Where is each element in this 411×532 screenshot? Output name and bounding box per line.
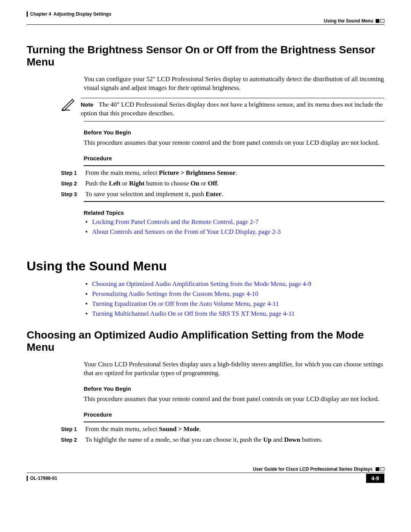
before-you-begin-label: Before You Begin [84, 385, 384, 392]
footer-rule [27, 473, 384, 473]
step-label: Step 2 [61, 436, 78, 444]
step-row: Step 2 Push the Left or Right button to … [61, 180, 384, 187]
before-you-begin-text: This procedure assumes that your remote … [84, 139, 384, 147]
header-right: Using the Sound Menu [27, 18, 384, 24]
document-page: Chapter 4 Adjusting Display Settings Usi… [0, 0, 411, 498]
footer-squares-icon [376, 467, 384, 471]
header-squares-icon [376, 19, 384, 23]
step-label: Step 2 [61, 180, 78, 187]
procedure-top-rule [84, 422, 384, 422]
topic-link[interactable]: Personalizing Audio Settings from the Cu… [92, 290, 258, 297]
step-text: From the main menu, select Sound > Mode. [85, 425, 384, 433]
list-item: Choosing an Optimized Audio Amplificatio… [84, 280, 384, 288]
step-text: From the main menu, select Picture > Bri… [85, 169, 384, 177]
page-number: 4-9 [366, 474, 384, 483]
step-label: Step 3 [61, 190, 78, 198]
step-row: Step 3 To save your selection and implem… [61, 190, 384, 198]
related-topics-label: Related Topics [84, 209, 384, 216]
step-row: Step 2 To highlight the name of a mode, … [61, 436, 384, 444]
doc-id: OL-17986-01 [27, 476, 57, 481]
related-link[interactable]: Locking Front Panel Controls and the Rem… [92, 218, 258, 225]
running-header: Chapter 4 Adjusting Display Settings [27, 11, 384, 17]
section-name: Using the Sound Menu [324, 18, 373, 24]
step-label: Step 1 [61, 425, 78, 433]
procedure-bottom-rule [84, 201, 384, 202]
list-item: Locking Front Panel Controls and the Rem… [84, 218, 384, 226]
note-label: Note [81, 101, 93, 108]
step-text: To save your selection and implement it,… [85, 190, 384, 198]
list-item: Personalizing Audio Settings from the Cu… [84, 290, 384, 298]
header-rule [27, 24, 384, 25]
chapter-prefix: Chapter 4 [30, 11, 51, 17]
procedure-label: Procedure [84, 411, 384, 418]
before-you-begin-label: Before You Begin [84, 129, 384, 136]
related-link[interactable]: About Controls and Sensors on the Front … [92, 228, 281, 235]
procedure-top-rule [84, 165, 384, 166]
chapter-title: Adjusting Display Settings [53, 11, 111, 17]
before-you-begin-text: This procedure assumes that your remote … [84, 395, 384, 404]
note-block: Note The 40" LCD Professional Series dis… [61, 98, 384, 118]
footer-bar-icon [27, 476, 28, 481]
note-text: The 40" LCD Professional Series display … [81, 101, 383, 117]
note-end-rule [84, 121, 384, 121]
heading-audio-mode: Choosing an Optimized Audio Amplificatio… [27, 329, 384, 353]
step-text: Push the Left or Right button to choose … [85, 180, 384, 187]
list-item: About Controls and Sensors on the Front … [84, 228, 384, 236]
header-bar-icon [27, 11, 28, 17]
heading-brightness-sensor: Turning the Brightness Sensor On or Off … [27, 44, 384, 68]
step-row: Step 1 From the main menu, select Sound … [61, 425, 384, 433]
intro-text: You can configure your 52" LCD Professio… [84, 75, 384, 93]
step-text: To highlight the name of a mode, so that… [85, 436, 384, 444]
step-label: Step 1 [61, 169, 78, 177]
topic-link[interactable]: Turning Multichannel Audio On or Off fro… [92, 310, 295, 317]
guide-title: User Guide for Cisco LCD Professional Se… [253, 466, 373, 472]
page-footer: User Guide for Cisco LCD Professional Se… [27, 466, 384, 483]
intro-block: You can configure your 52" LCD Professio… [84, 75, 384, 93]
note-pencil-icon [61, 98, 75, 111]
list-item: Turning Multichannel Audio On or Off fro… [84, 310, 384, 318]
list-item: Turning Equalization On or Off from the … [84, 300, 384, 308]
procedure-steps: Step 1 From the main menu, select Sound … [61, 425, 384, 444]
header-left: Chapter 4 Adjusting Display Settings [27, 11, 111, 17]
procedure-label: Procedure [84, 155, 384, 161]
sound-menu-links: Choosing an Optimized Audio Amplificatio… [84, 280, 384, 318]
step-row: Step 1 From the main menu, select Pictur… [61, 169, 384, 177]
related-topics-list: Locking Front Panel Controls and the Rem… [84, 218, 384, 236]
procedure-steps: Step 1 From the main menu, select Pictur… [61, 169, 384, 198]
topic-link[interactable]: Choosing an Optimized Audio Amplificatio… [92, 280, 311, 288]
intro-text: Your Cisco LCD Professional Series displ… [84, 360, 384, 378]
topic-link[interactable]: Turning Equalization On or Off from the … [92, 300, 279, 307]
heading-sound-menu: Using the Sound Menu [27, 259, 384, 273]
